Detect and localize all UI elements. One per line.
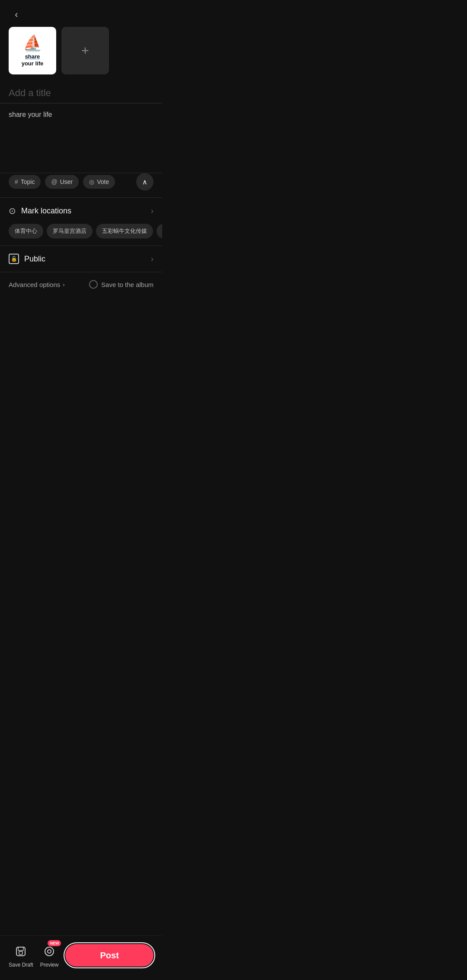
post-button[interactable]: Post bbox=[65, 944, 154, 967]
advanced-row: Advanced options › Save to the album bbox=[0, 272, 162, 297]
save-album-label: Save to the album bbox=[101, 281, 154, 288]
location-chip-label-1: 罗马皇宫酒店 bbox=[53, 227, 86, 235]
title-input[interactable] bbox=[9, 83, 154, 103]
user-label: User bbox=[60, 178, 73, 185]
title-section bbox=[0, 83, 162, 103]
new-badge: NEW bbox=[48, 940, 61, 946]
vote-icon: ◎ bbox=[89, 178, 94, 185]
location-chip-0[interactable]: 体育中心 bbox=[9, 224, 43, 239]
save-draft-label: Save Draft bbox=[9, 962, 33, 968]
back-chevron-icon: ‹ bbox=[15, 9, 18, 20]
thumb-text: share your life bbox=[22, 53, 44, 67]
vote-tag-button[interactable]: ◎ Vote bbox=[83, 175, 115, 189]
topic-tag-button[interactable]: # Topic bbox=[9, 175, 41, 189]
location-chips: 体育中心 罗马皇宫酒店 五彩蜗牛文化传媒 ⊕ More bbox=[0, 224, 162, 245]
location-chip-more[interactable]: ⊕ More bbox=[157, 224, 162, 239]
vote-label: Vote bbox=[97, 178, 109, 185]
description-section[interactable]: share your life bbox=[0, 103, 162, 173]
svg-rect-2 bbox=[19, 951, 22, 954]
mark-locations-row[interactable]: ⊙ Mark locations › bbox=[0, 198, 162, 224]
hash-icon: # bbox=[15, 178, 18, 185]
visibility-label: Public bbox=[24, 255, 151, 264]
preview-action[interactable]: NEW Preview bbox=[40, 943, 59, 968]
visibility-row[interactable]: 🔓 Public › bbox=[0, 246, 162, 272]
visibility-chevron-icon: › bbox=[151, 255, 154, 264]
svg-rect-1 bbox=[18, 947, 23, 951]
description-text: share your life bbox=[9, 111, 52, 118]
bottom-bar: Save Draft NEW Preview Post bbox=[0, 935, 162, 980]
topic-label: Topic bbox=[21, 178, 35, 185]
location-chip-2[interactable]: 五彩蜗牛文化传媒 bbox=[96, 224, 153, 239]
sailboat-emoji: ⛵ bbox=[23, 34, 42, 52]
save-album-radio bbox=[89, 280, 98, 289]
collapse-tags-button[interactable]: ∧ bbox=[136, 173, 154, 190]
mark-locations-label: Mark locations bbox=[21, 206, 151, 216]
advanced-chevron-icon: › bbox=[63, 281, 64, 288]
add-media-button[interactable]: + bbox=[61, 27, 109, 74]
media-thumbnail-1[interactable]: ⛵ share your life bbox=[9, 27, 56, 74]
location-chip-label-2: 五彩蜗牛文化传媒 bbox=[102, 227, 147, 235]
chevron-up-icon: ∧ bbox=[142, 178, 147, 186]
media-row: ⛵ share your life + bbox=[0, 27, 162, 74]
svg-point-4 bbox=[48, 950, 51, 953]
back-button[interactable]: ‹ bbox=[9, 7, 24, 23]
media-thumb-image: ⛵ share your life bbox=[9, 27, 56, 74]
location-chip-label-0: 体育中心 bbox=[15, 227, 37, 235]
location-icon: ⊙ bbox=[9, 206, 16, 216]
tag-bar: # Topic @ User ◎ Vote ∧ bbox=[0, 173, 162, 197]
lock-icon: 🔓 bbox=[9, 254, 19, 264]
location-chevron-icon: › bbox=[151, 206, 154, 216]
preview-label: Preview bbox=[40, 962, 59, 968]
user-tag-button[interactable]: @ User bbox=[45, 175, 79, 189]
at-icon: @ bbox=[51, 178, 57, 185]
advanced-options-button[interactable]: Advanced options › bbox=[9, 281, 65, 288]
plus-icon: + bbox=[81, 43, 89, 58]
save-to-album-button[interactable]: Save to the album bbox=[89, 280, 154, 289]
save-draft-action[interactable]: Save Draft bbox=[9, 943, 33, 968]
svg-point-3 bbox=[45, 947, 54, 956]
save-draft-icon bbox=[12, 943, 29, 960]
advanced-options-label: Advanced options bbox=[9, 281, 60, 288]
header: ‹ bbox=[0, 0, 162, 27]
location-chip-1[interactable]: 罗马皇宫酒店 bbox=[47, 224, 93, 239]
